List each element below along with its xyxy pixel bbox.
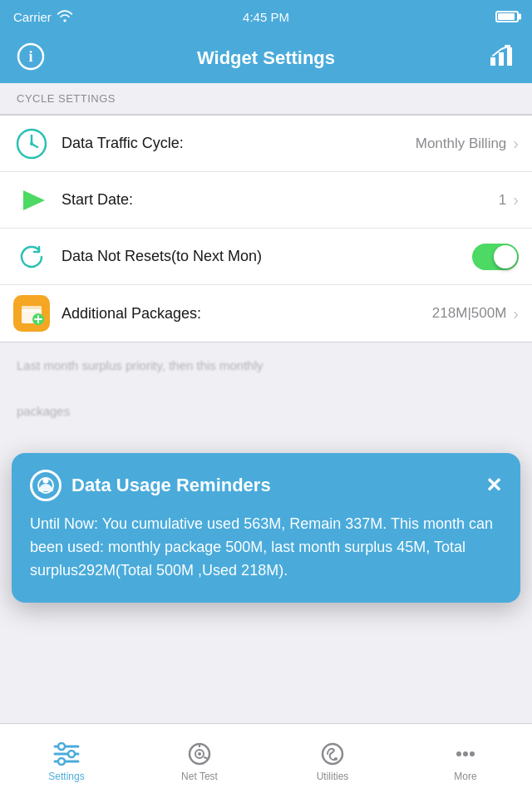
- status-bar-left: Carrier: [13, 9, 73, 25]
- blurred-row-2: packages: [0, 388, 532, 434]
- start-date-item[interactable]: Start Date: 1 ›: [0, 172, 532, 229]
- blurred-row-1: Last month surplus priority, then this m…: [0, 342, 532, 388]
- clock-icon-wrapper: [13, 126, 50, 162]
- data-not-resets-content: Data Not Resets(to Next Mon): [62, 244, 519, 270]
- svg-point-20: [58, 743, 65, 750]
- start-date-label: Start Date:: [62, 191, 133, 209]
- svg-rect-11: [22, 306, 42, 312]
- popup-close-button[interactable]: ✕: [485, 475, 502, 495]
- carrier-label: Carrier: [13, 10, 52, 24]
- svg-point-32: [470, 751, 475, 756]
- additional-packages-chevron: ›: [513, 304, 519, 323]
- refresh-icon-wrapper: [13, 239, 50, 275]
- additional-packages-value: 218M|500M: [432, 305, 506, 322]
- wifi-icon: [57, 9, 73, 25]
- svg-marker-9: [23, 190, 45, 210]
- popup: Data Usage Reminders ✕ Until Now: You cu…: [12, 453, 520, 603]
- settings-tab-label: Settings: [48, 771, 84, 782]
- additional-packages-item[interactable]: Additional Packages: 218M|500M ›: [0, 285, 532, 342]
- blurred-content: Last month surplus priority, then this m…: [0, 342, 532, 434]
- main-content: CYCLE SETTINGS Data Traffic Cycle: Month…: [0, 83, 532, 715]
- play-icon-wrapper: [13, 182, 50, 219]
- package-icon-wrapper: [13, 295, 50, 332]
- svg-point-25: [198, 752, 201, 756]
- svg-point-30: [456, 751, 461, 756]
- status-bar-right: [495, 11, 519, 22]
- svg-text:i: i: [28, 48, 32, 65]
- status-bar-time: 4:45 PM: [243, 10, 289, 24]
- nav-title: Widget Settings: [197, 47, 335, 69]
- svg-point-22: [58, 758, 65, 765]
- info-icon[interactable]: i: [17, 42, 45, 74]
- tab-bar: Settings Net Test Utilities: [0, 723, 532, 798]
- tab-net-test[interactable]: Net Test: [133, 724, 266, 798]
- popup-header: Data Usage Reminders ✕: [30, 470, 502, 501]
- net-test-tab-label: Net Test: [181, 771, 218, 782]
- data-traffic-cycle-value: Monthly Billing: [416, 135, 507, 152]
- svg-rect-2: [490, 57, 495, 66]
- battery-icon: [495, 11, 519, 22]
- svg-point-31: [463, 751, 468, 756]
- settings-tab-icon: [53, 741, 80, 767]
- start-date-value: 1: [499, 192, 506, 209]
- data-not-resets-toggle[interactable]: [472, 244, 519, 270]
- start-date-content: Start Date: 1 ›: [62, 190, 519, 209]
- svg-point-28: [323, 744, 342, 764]
- nav-bar: i Widget Settings: [0, 33, 532, 83]
- data-not-resets-item[interactable]: Data Not Resets(to Next Mon): [0, 229, 532, 285]
- popup-area: Data Usage Reminders ✕ Until Now: You cu…: [0, 453, 532, 603]
- data-traffic-cycle-chevron: ›: [513, 134, 519, 153]
- cycle-settings-header: CYCLE SETTINGS: [0, 83, 532, 115]
- popup-title: Data Usage Reminders: [71, 475, 485, 496]
- settings-list: Data Traffic Cycle: Monthly Billing › St…: [0, 115, 532, 342]
- data-traffic-cycle-label: Data Traffic Cycle:: [62, 135, 184, 152]
- popup-body: Until Now: You cumulative used 563M, Rem…: [30, 513, 502, 583]
- svg-point-21: [68, 751, 75, 757]
- tab-more[interactable]: More: [399, 724, 532, 798]
- popup-icon-circle: [30, 470, 62, 501]
- svg-point-8: [30, 142, 33, 145]
- data-traffic-cycle-item[interactable]: Data Traffic Cycle: Monthly Billing ›: [0, 116, 532, 172]
- more-tab-icon: [452, 741, 479, 767]
- chart-icon[interactable]: [487, 42, 515, 74]
- tab-utilities[interactable]: Utilities: [266, 724, 399, 798]
- data-traffic-cycle-content: Data Traffic Cycle: Monthly Billing ›: [62, 134, 519, 153]
- svg-line-27: [204, 757, 208, 759]
- additional-packages-content: Additional Packages: 218M|500M ›: [62, 304, 519, 323]
- additional-packages-label: Additional Packages:: [62, 305, 201, 323]
- data-not-resets-label: Data Not Resets(to Next Mon): [62, 248, 262, 265]
- start-date-chevron: ›: [513, 190, 519, 209]
- status-bar: Carrier 4:45 PM: [0, 0, 532, 33]
- utilities-tab-icon: [319, 741, 346, 767]
- svg-point-29: [334, 757, 337, 761]
- net-test-tab-icon: [186, 741, 213, 767]
- svg-rect-3: [499, 52, 504, 66]
- section-header-text: CYCLE SETTINGS: [17, 92, 116, 105]
- utilities-tab-label: Utilities: [317, 771, 349, 782]
- more-tab-label: More: [454, 771, 476, 782]
- tab-settings[interactable]: Settings: [0, 724, 133, 798]
